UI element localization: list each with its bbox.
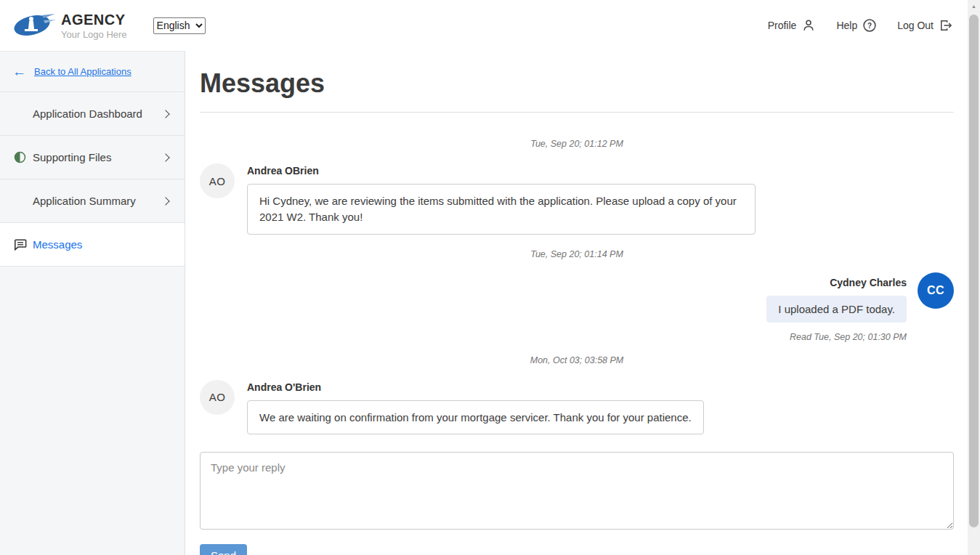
help-label: Help <box>836 20 857 31</box>
sidebar: ← Back to All Applications Application D… <box>0 51 185 555</box>
sidebar-item-label: Application Summary <box>33 195 163 207</box>
logout-label: Log Out <box>897 20 934 31</box>
message-group-received: AO Andrea O'Brien We are waiting on conf… <box>200 380 954 435</box>
logout-link[interactable]: Log Out <box>897 18 953 33</box>
timestamp: Tue, Sep 20; 01:14 PM <box>200 249 954 259</box>
divider <box>200 112 954 113</box>
sidebar-item-messages[interactable]: Messages <box>0 223 185 267</box>
reply-textarea[interactable] <box>200 452 954 530</box>
sidebar-item-label: Supporting Files <box>33 151 163 163</box>
avatar: AO <box>200 163 235 198</box>
sidebar-item-label: Application Dashboard <box>33 108 163 120</box>
logo-subtitle: Your Logo Here <box>61 29 127 40</box>
scroll-up-button[interactable]: ▲ <box>968 0 980 12</box>
agency-logo: AGENCY Your Logo Here <box>7 5 133 46</box>
chat-icon <box>14 238 33 251</box>
left-arrow-icon: ← <box>12 65 26 78</box>
message-thread: Tue, Sep 20; 01:12 PM AO Andrea OBrien H… <box>200 139 954 434</box>
reply-composer: Send <box>200 452 954 555</box>
read-receipt: Read Tue, Sep 20; 01:30 PM <box>790 332 907 342</box>
app-header: AGENCY Your Logo Here English Profile He… <box>0 0 980 51</box>
chevron-right-icon <box>161 110 169 118</box>
half-filled-circle-progress-icon <box>14 151 33 163</box>
sender-name: Andrea OBrien <box>247 165 319 177</box>
sender-name: Andrea O'Brien <box>247 381 321 393</box>
sender-name: Cydney Charles <box>830 277 907 288</box>
message-group-received: AO Andrea OBrien Hi Cydney, we are revie… <box>200 163 954 235</box>
help-icon: ? <box>862 18 877 33</box>
agency-logo-icon <box>13 8 57 43</box>
person-icon <box>801 18 816 33</box>
sidebar-item-application-summary[interactable]: Application Summary <box>0 179 185 223</box>
message-bubble: We are waiting on confirmation from your… <box>247 400 704 435</box>
language-select[interactable]: English <box>153 17 206 34</box>
chevron-right-icon <box>161 197 169 205</box>
avatar: CC <box>918 272 954 309</box>
sidebar-item-supporting-files[interactable]: Supporting Files <box>0 136 185 179</box>
timestamp: Tue, Sep 20; 01:12 PM <box>200 139 954 149</box>
message-bubble: Hi Cydney, we are reviewing the items su… <box>247 184 756 235</box>
avatar: AO <box>200 380 235 415</box>
message-bubble: I uploaded a PDF today. <box>766 296 907 323</box>
sidebar-item-label: Messages <box>33 238 171 251</box>
sidebar-item-application-dashboard[interactable]: Application Dashboard <box>0 92 185 136</box>
vertical-scrollbar[interactable]: ▲ <box>968 0 980 555</box>
logo-title: AGENCY <box>61 12 127 28</box>
profile-link[interactable]: Profile <box>768 18 817 33</box>
chevron-right-icon <box>161 153 169 161</box>
back-link-label[interactable]: Back to All Applications <box>34 66 131 77</box>
page-title: Messages <box>200 68 954 99</box>
scrollbar-thumb[interactable] <box>969 15 979 527</box>
logout-icon <box>939 18 953 33</box>
send-button[interactable]: Send <box>200 544 247 555</box>
svg-text:?: ? <box>867 22 872 30</box>
message-group-sent: Cydney Charles I uploaded a PDF today. R… <box>200 272 954 342</box>
profile-label: Profile <box>768 20 797 31</box>
back-to-all-applications[interactable]: ← Back to All Applications <box>0 52 185 92</box>
main-content: Messages Tue, Sep 20; 01:12 PM AO Andrea… <box>185 51 968 555</box>
timestamp: Mon, Oct 03; 03:58 PM <box>200 355 954 365</box>
help-link[interactable]: Help ? <box>836 18 877 33</box>
